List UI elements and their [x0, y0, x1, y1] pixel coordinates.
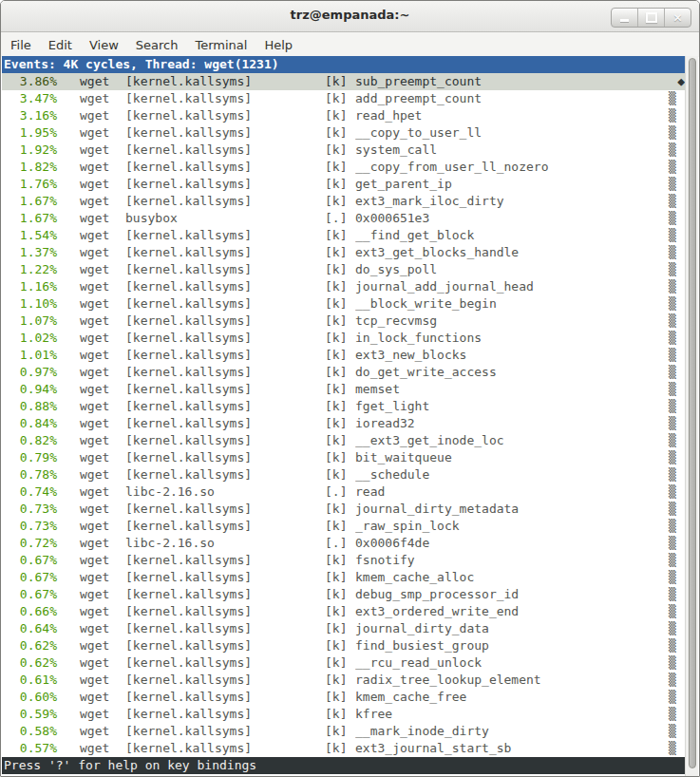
table-row[interactable]: 1.10% wget [kernel.kallsyms] [k] __block…	[2, 295, 685, 313]
perf-rows: 3.86% wget [kernel.kallsyms] [k] sub_pre…	[2, 73, 685, 757]
symbol-cell: read_hpet	[355, 107, 669, 124]
table-row[interactable]: 0.88% wget [kernel.kallsyms] [k] fget_li…	[2, 398, 685, 415]
table-row[interactable]: 0.62% wget [kernel.kallsyms] [k] find_bu…	[2, 637, 685, 654]
table-row[interactable]: 0.84% wget [kernel.kallsyms] [k] ioread3…	[2, 415, 685, 432]
menu-item-help[interactable]: Help	[255, 34, 301, 56]
command-cell: wget	[80, 261, 125, 278]
menu-item-view[interactable]: View	[81, 34, 127, 56]
overhead-cell: 0.73%	[4, 501, 57, 518]
scrollbar-track[interactable]	[685, 56, 698, 776]
tui-scrollbar-cell: ▒	[669, 142, 685, 159]
table-row[interactable]: 1.67% wget [kernel.kallsyms] [k] ext3_ma…	[2, 193, 685, 210]
overhead-cell: 0.72%	[4, 535, 57, 552]
command-cell: wget	[80, 672, 125, 689]
minimize-icon	[620, 19, 629, 22]
table-row[interactable]: 1.01% wget [kernel.kallsyms] [k] ext3_ne…	[2, 347, 685, 364]
table-row[interactable]: 0.67% wget [kernel.kallsyms] [k] debug_s…	[2, 586, 685, 603]
table-row[interactable]: 0.74% wget libc-2.16.so [.] read ▒	[2, 483, 685, 501]
shared-object-cell: [kernel.kallsyms]	[125, 295, 325, 313]
table-row[interactable]: 0.57% wget [kernel.kallsyms] [k] ext3_jo…	[2, 740, 685, 757]
table-row[interactable]: 1.67% wget busybox [.] 0x000651e3 ▒	[2, 210, 685, 227]
table-row[interactable]: 0.73% wget [kernel.kallsyms] [k] _raw_sp…	[2, 518, 685, 535]
table-row[interactable]: 0.59% wget [kernel.kallsyms] [k] kfree ▒	[2, 706, 685, 723]
menu-item-terminal[interactable]: Terminal	[186, 34, 255, 56]
tui-scrollbar-cell: ▒	[669, 313, 685, 330]
table-row[interactable]: 0.67% wget [kernel.kallsyms] [k] kmem_ca…	[2, 569, 685, 586]
command-cell: wget	[80, 740, 125, 757]
shared-object-cell: [kernel.kallsyms]	[125, 364, 325, 381]
table-row[interactable]: 0.61% wget [kernel.kallsyms] [k] radix_t…	[2, 672, 685, 689]
symbol-cell: do_sys_poll	[355, 261, 669, 278]
scrollbar-thumb[interactable]	[689, 58, 696, 768]
tui-scrollbar-cell: ▒	[669, 176, 685, 193]
shared-object-cell: busybox	[125, 210, 325, 227]
menu-item-search[interactable]: Search	[127, 34, 187, 56]
command-cell: wget	[80, 706, 125, 723]
table-row[interactable]: 1.16% wget [kernel.kallsyms] [k] journal…	[2, 278, 685, 295]
table-row[interactable]: 0.97% wget [kernel.kallsyms] [k] do_get_…	[2, 364, 685, 381]
table-row[interactable]: 0.66% wget [kernel.kallsyms] [k] ext3_or…	[2, 603, 685, 620]
table-row[interactable]: 0.78% wget [kernel.kallsyms] [k] __sched…	[2, 466, 685, 483]
perf-events-header: Events: 4K cycles, Thread: wget(1231)	[2, 56, 685, 73]
command-cell: wget	[80, 176, 125, 193]
table-row[interactable]: 0.60% wget [kernel.kallsyms] [k] kmem_ca…	[2, 689, 685, 706]
table-row[interactable]: 1.76% wget [kernel.kallsyms] [k] get_par…	[2, 176, 685, 193]
table-row[interactable]: 1.22% wget [kernel.kallsyms] [k] do_sys_…	[2, 261, 685, 278]
table-row[interactable]: 0.62% wget [kernel.kallsyms] [k] __rcu_r…	[2, 654, 685, 672]
symbol-mode-cell: [k]	[325, 672, 355, 689]
shared-object-cell: [kernel.kallsyms]	[125, 689, 325, 706]
command-cell: wget	[80, 159, 125, 176]
table-row[interactable]: 0.67% wget [kernel.kallsyms] [k] fsnotif…	[2, 552, 685, 569]
overhead-cell: 1.95%	[4, 124, 57, 142]
shared-object-cell: [kernel.kallsyms]	[125, 176, 325, 193]
table-row[interactable]: 1.54% wget [kernel.kallsyms] [k] __find_…	[2, 227, 685, 244]
table-row[interactable]: 3.86% wget [kernel.kallsyms] [k] sub_pre…	[2, 73, 685, 90]
table-row[interactable]: 1.07% wget [kernel.kallsyms] [k] tcp_rec…	[2, 313, 685, 330]
overhead-cell: 0.59%	[4, 706, 57, 723]
command-cell: wget	[80, 210, 125, 227]
symbol-cell: system_call	[355, 142, 669, 159]
tui-scrollbar-cell: ▒	[669, 364, 685, 381]
symbol-cell: fsnotify	[355, 552, 669, 569]
table-row[interactable]: 0.82% wget [kernel.kallsyms] [k] __ext3_…	[2, 432, 685, 449]
overhead-cell: 1.16%	[4, 278, 57, 295]
shared-object-cell: [kernel.kallsyms]	[125, 278, 325, 295]
shared-object-cell: [kernel.kallsyms]	[125, 620, 325, 637]
menu-item-edit[interactable]: Edit	[40, 34, 81, 56]
table-row[interactable]: 0.79% wget [kernel.kallsyms] [k] bit_wai…	[2, 449, 685, 466]
table-row[interactable]: 0.94% wget [kernel.kallsyms] [k] memset …	[2, 381, 685, 398]
table-row[interactable]: 3.16% wget [kernel.kallsyms] [k] read_hp…	[2, 107, 685, 124]
table-row[interactable]: 0.72% wget libc-2.16.so [.] 0x0006f4de ▒	[2, 535, 685, 552]
tui-scrollbar-cell: ▒	[669, 552, 685, 569]
shared-object-cell: [kernel.kallsyms]	[125, 398, 325, 415]
menu-item-file[interactable]: File	[2, 34, 40, 56]
tui-scrollbar-cell: ▒	[669, 689, 685, 706]
overhead-cell: 1.67%	[4, 210, 57, 227]
shared-object-cell: [kernel.kallsyms]	[125, 415, 325, 432]
close-button[interactable]: ✕	[664, 9, 691, 27]
maximize-button[interactable]	[637, 9, 664, 27]
table-row[interactable]: 1.37% wget [kernel.kallsyms] [k] ext3_ge…	[2, 244, 685, 261]
symbol-cell: ext3_get_blocks_handle	[355, 244, 669, 261]
tui-scrollbar-cell: ▒	[669, 466, 685, 483]
table-row[interactable]: 1.82% wget [kernel.kallsyms] [k] __copy_…	[2, 159, 685, 176]
minimize-button[interactable]	[612, 9, 637, 27]
tui-scrollbar-cell: ▒	[669, 227, 685, 244]
table-row[interactable]: 1.02% wget [kernel.kallsyms] [k] in_lock…	[2, 330, 685, 347]
table-row[interactable]: 1.95% wget [kernel.kallsyms] [k] __copy_…	[2, 124, 685, 142]
table-row[interactable]: 0.58% wget [kernel.kallsyms] [k] __mark_…	[2, 723, 685, 740]
tui-scrollbar-cell: ▒	[669, 159, 685, 176]
table-row[interactable]: 0.73% wget [kernel.kallsyms] [k] journal…	[2, 501, 685, 518]
symbol-cell: in_lock_functions	[355, 330, 669, 347]
symbol-cell: __mark_inode_dirty	[355, 723, 669, 740]
overhead-cell: 1.82%	[4, 159, 57, 176]
overhead-cell: 1.01%	[4, 347, 57, 364]
table-row[interactable]: 0.64% wget [kernel.kallsyms] [k] journal…	[2, 620, 685, 637]
symbol-mode-cell: [k]	[325, 90, 355, 107]
symbol-cell: __schedule	[355, 466, 669, 483]
title-bar[interactable]: trz@empanada:~ ✕	[1, 1, 699, 32]
table-row[interactable]: 1.92% wget [kernel.kallsyms] [k] system_…	[2, 142, 685, 159]
status-bar: Press '?' for help on key bindings	[2, 757, 685, 774]
command-cell: wget	[80, 466, 125, 483]
table-row[interactable]: 3.47% wget [kernel.kallsyms] [k] add_pre…	[2, 90, 685, 107]
